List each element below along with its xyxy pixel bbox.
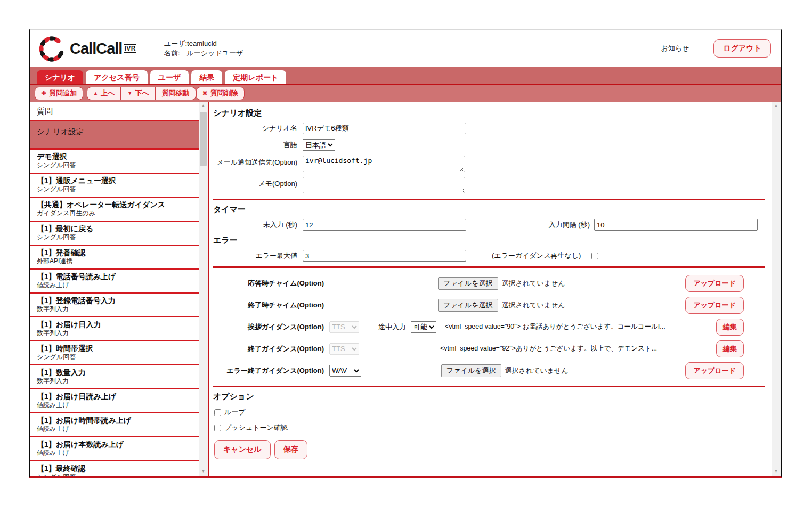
logo-text: CallCall [70,40,122,58]
triangle-up-icon: ▲ [93,91,98,96]
pushtone-confirm-label: プッシュトーン確認 [224,423,288,433]
question-toolbar: ✚ 質問追加 ▲ 上へ ▼ 下へ 質問移動 ✖ 質問削除 [30,85,781,102]
move-button-group: ▲ 上へ ▼ 下へ 質問移動 [87,87,196,100]
logo: CallCall IVR [38,31,136,66]
question-title: 【1】最終確認 [37,464,192,473]
header: CallCall IVR ユーザ:teamlucid 名前: ルーシッドユーザ … [30,30,781,67]
language-label: 言語 [213,140,297,150]
input-interval-input[interactable] [594,219,758,231]
mail-notify-textarea[interactable]: ivr@lucidsoft.jp [303,156,465,172]
question-type-label: シングル回答 [37,161,192,169]
logout-button[interactable]: ログアウト [713,39,771,58]
plus-icon: ✚ [41,89,46,97]
user-id-label: ユーザ:teamlucid [164,39,217,47]
end-chime-label: 終了時チャイム(Option) [213,300,324,310]
scenario-name-input[interactable] [303,123,466,134]
question-type-label: 数字列入力 [37,329,192,337]
memo-textarea[interactable] [303,177,465,193]
question-type-label: 値読み上げ [37,281,192,289]
language-select[interactable]: 日本語 [303,139,335,151]
tab-定期レポート[interactable]: 定期レポート [225,70,286,84]
delete-question-button[interactable]: ✖ 質問削除 [196,87,245,100]
tab-ユーザ[interactable]: ユーザ [150,70,189,84]
no-error-guidance-label: (エラーガイダンス再生なし) [492,251,581,260]
loop-checkbox[interactable] [214,409,221,416]
notice-link[interactable]: お知らせ [661,44,689,53]
scroll-down-icon[interactable]: ▼ [199,467,208,476]
no-input-seconds-input[interactable] [303,219,466,231]
divider [213,386,765,387]
question-title: 【1】お届け日読み上げ [37,392,192,401]
logo-ivr-badge: IVR [124,44,136,53]
list-item[interactable]: 【1】お届け本数読み上げ値読み上げ [30,436,199,460]
page-scrollbar[interactable]: ▲ ▼ [772,102,781,476]
app-window: CallCall IVR ユーザ:teamlucid 名前: ルーシッドユーザ … [29,29,782,478]
no-input-label: 未入力 (秒) [213,220,297,230]
scroll-up-icon[interactable]: ▲ [772,102,781,110]
no-file-selected-text: 選択されていません [505,366,569,376]
upload-answer-chime-button[interactable]: アップロード [685,275,744,292]
file-select-button[interactable]: ファイルを選択 [438,277,498,290]
list-item[interactable]: 【1】通販メニュー選択シングル回答 [30,173,199,197]
question-title: 【1】最初に戻る [37,224,192,233]
divider [213,266,765,268]
question-type-label: シングル回答 [37,353,192,361]
list-item[interactable]: 【1】最初に戻るシングル回答 [30,221,199,245]
upload-end-chime-button[interactable]: アップロード [685,297,744,314]
loop-label: ループ [224,408,246,417]
question-title: 【共通】オペレーター転送ガイダンス [37,200,192,209]
file-select-button[interactable]: ファイルを選択 [441,364,501,377]
edit-greeting-guidance-button[interactable]: 編集 [716,319,744,336]
sidebar-scrollbar-thumb[interactable] [200,112,207,166]
end-guidance-type-select: TTS [329,343,359,355]
move-down-button[interactable]: ▼ 下へ [121,87,155,100]
move-up-button[interactable]: ▲ 上へ [87,87,121,100]
add-question-button[interactable]: ✚ 質問追加 [35,87,83,100]
list-item[interactable]: 【1】最終確認シングル回答 [30,460,199,476]
tab-シナリオ[interactable]: シナリオ [37,70,83,84]
list-item[interactable]: 【1】登録電話番号入力数字列入力 [30,292,199,316]
scroll-down-icon[interactable]: ▼ [772,467,781,476]
list-item[interactable]: 【共通】オペレーター転送ガイダンスガイダンス再生のみ [30,197,199,221]
list-item[interactable]: 【1】時間帯選択シングル回答 [30,340,199,364]
error-end-guidance-type-select[interactable]: WAV [329,365,361,377]
sidebar-scrollbar[interactable]: ▲ ▼ [199,102,208,476]
pushtone-confirm-checkbox[interactable] [214,425,221,431]
list-item[interactable]: 【1】数量入力数字列入力 [30,364,199,388]
list-item[interactable]: 【1】発番確認外部API連携 [30,245,199,268]
question-type-label: 値読み上げ [37,401,192,409]
question-title: デモ選択 [37,152,192,161]
no-error-guidance-checkbox[interactable] [591,252,598,259]
callcall-swirl-icon [38,31,67,66]
question-type-label: 値読み上げ [37,449,192,457]
question-type-label: 値読み上げ [37,425,192,433]
cross-icon: ✖ [202,89,208,97]
tab-結果[interactable]: 結果 [191,70,222,84]
question-type-label: シングル回答 [37,185,192,193]
list-item[interactable]: 【1】電話番号読み上げ値読み上げ [30,268,199,292]
list-item[interactable]: 【1】お届け日入力数字列入力 [30,316,199,340]
list-item[interactable]: デモ選択シングル回答 [30,149,199,173]
midway-input-select[interactable]: 可能 [411,321,436,333]
edit-end-guidance-button[interactable]: 編集 [716,340,744,357]
move-question-button[interactable]: 質問移動 [156,87,196,100]
cancel-button[interactable]: キャンセル [214,440,271,459]
list-item[interactable]: シナリオ設定 [30,120,199,149]
list-item[interactable]: 【1】お届け時間帯読み上げ値読み上げ [30,412,199,436]
section-title-options: オプション [213,392,772,402]
end-guidance-text: <vtml_speed value="92">ありがとうございます。以上で、デモ… [440,344,657,353]
upload-error-end-guidance-button[interactable]: アップロード [685,362,744,379]
question-type-label: シングル回答 [37,233,192,241]
question-type-label: 数字列入力 [37,377,192,385]
section-title-scenario: シナリオ設定 [213,108,772,118]
question-title: 【1】お届け日入力 [37,320,192,329]
question-title: 【1】電話番号読み上げ [37,272,192,281]
scroll-up-icon[interactable]: ▲ [199,102,208,110]
save-button[interactable]: 保存 [274,440,307,459]
question-title: シナリオ設定 [37,127,192,136]
list-item[interactable]: 【1】お届け日読み上げ値読み上げ [30,388,199,412]
error-max-input[interactable] [303,250,466,262]
tab-アクセス番号[interactable]: アクセス番号 [86,70,147,84]
file-select-button[interactable]: ファイルを選択 [438,299,498,312]
end-guidance-label: 終了ガイダンス(Option) [213,344,324,354]
